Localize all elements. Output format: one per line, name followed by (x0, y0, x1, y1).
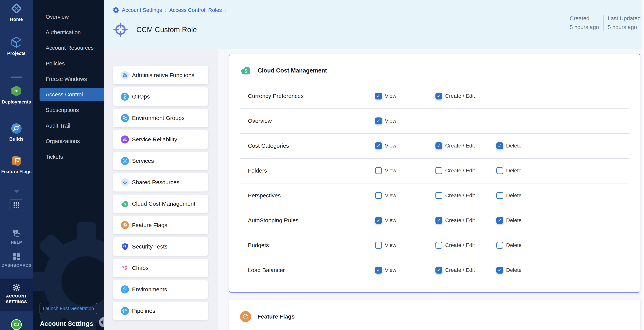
nav-item-organizations[interactable]: Organizations (40, 135, 104, 147)
create-edit-checkbox[interactable]: Create / Edit (436, 192, 475, 199)
row-divider (240, 208, 629, 208)
delete-checkbox[interactable]: Delete (496, 242, 522, 249)
checkbox-label: Create / Edit (445, 267, 475, 273)
sidebar-item-help[interactable]: ? HELP (0, 229, 33, 245)
sidebar-item-builds[interactable]: Builds (0, 123, 33, 142)
sidebar-item-label: Feature Flags (1, 169, 32, 174)
view-checkbox[interactable]: View (375, 142, 396, 149)
nav-item-subscriptions[interactable]: Subscriptions (40, 104, 104, 116)
create-edit-checkbox[interactable]: Create / Edit (436, 142, 475, 149)
module-sidebar: Home Projects ∞ Deployments (0, 0, 33, 330)
delete-checkbox[interactable]: Delete (496, 142, 522, 149)
settings-nav: Overview Authentication Account Resource… (33, 0, 104, 330)
gitops-icon (121, 93, 129, 101)
svg-text:?: ? (15, 230, 16, 233)
environments-icon (121, 285, 129, 293)
nav-item-authentication[interactable]: Authentication (40, 26, 104, 39)
breadcrumb-account-settings[interactable]: Account Settings (122, 7, 162, 13)
category-cloud-cost-management[interactable]: $ Cloud Cost Management (113, 195, 208, 213)
nav-item-account-resources[interactable]: Account Resources (40, 42, 104, 54)
sidebar-item-home[interactable]: Home (0, 3, 33, 22)
delete-checkbox[interactable]: Delete (496, 167, 522, 174)
last-updated-value: 5 hours ago (608, 24, 641, 31)
created-label: Created (570, 15, 599, 22)
view-checkbox[interactable]: View (375, 192, 396, 199)
checkbox-label: Delete (506, 267, 522, 273)
sidebar-item-label: DASHBOARDS (2, 263, 32, 268)
view-checkbox[interactable]: View (375, 267, 396, 274)
create-edit-checkbox[interactable]: Create / Edit (436, 267, 475, 274)
nav-item-audit-trail[interactable]: Audit Trail (40, 119, 104, 132)
checkbox-label: Delete (506, 193, 522, 199)
delete-checkbox[interactable]: Delete (496, 267, 522, 274)
scrollbar-track[interactable] (642, 0, 644, 330)
sidebar-drag-handle (11, 77, 22, 78)
create-edit-checkbox[interactable]: Create / Edit (436, 217, 475, 224)
sidebar-item-deployments[interactable]: ∞ Deployments (0, 85, 33, 105)
dashboards-grid-icon (12, 253, 20, 261)
sidebar-divider (0, 71, 33, 71)
checkbox-label: View (385, 217, 396, 223)
gear-icon (12, 283, 20, 292)
row-divider (240, 158, 629, 158)
delete-checkbox[interactable]: Delete (496, 192, 522, 199)
create-edit-checkbox[interactable]: Create / Edit (436, 167, 475, 174)
chevron-down-icon[interactable] (14, 190, 20, 193)
avatar[interactable]: CJ (11, 319, 22, 330)
nav-item-freeze-windows[interactable]: Freeze Windows (40, 73, 104, 85)
nav-item-overview[interactable]: Overview (40, 11, 104, 23)
category-environments[interactable]: Environments (113, 280, 208, 299)
view-checkbox[interactable]: View (375, 242, 396, 249)
row-divider (240, 258, 629, 258)
delete-checkbox[interactable]: Delete (496, 217, 522, 224)
category-feature-flags[interactable]: Feature Flags (113, 216, 208, 234)
category-services[interactable]: Services (113, 152, 208, 170)
sidebar-item-account-settings[interactable]: ACCOUNT SETTINGS (0, 278, 33, 311)
checkbox-label: Delete (506, 143, 522, 149)
created-meta: Created 5 hours ago (570, 15, 599, 31)
svg-text:∞: ∞ (14, 87, 19, 94)
category-service-reliability[interactable]: Service Reliability (113, 130, 208, 149)
sidebar-item-projects[interactable]: Projects (0, 36, 33, 56)
chaos-icon (121, 264, 129, 272)
permission-row-label: Folders (248, 168, 267, 174)
breadcrumb-access-control-roles[interactable]: Access Control: Roles (169, 7, 222, 13)
permission-row: Overview View Create / Edit Delete (229, 114, 640, 128)
view-checkbox[interactable]: View (375, 217, 396, 224)
checkbox-label: Create / Edit (445, 217, 475, 223)
last-updated-meta: Last Updated 5 hours ago (608, 15, 641, 31)
permission-row: Currency Preferences View Create / Edit … (229, 89, 640, 103)
create-edit-checkbox[interactable]: Create / Edit (436, 242, 475, 249)
checkbox-label: Create / Edit (445, 93, 475, 99)
category-chaos[interactable]: Chaos (113, 259, 208, 277)
breadcrumb-separator: › (224, 7, 226, 13)
category-pipelines[interactable]: Pipelines (113, 302, 208, 320)
breadcrumb-separator: › (165, 7, 166, 13)
view-checkbox[interactable]: View (375, 93, 396, 99)
nav-item-tickets[interactable]: Tickets (40, 150, 104, 163)
view-checkbox[interactable]: View (375, 167, 396, 174)
checkbox-label: View (385, 242, 396, 248)
sidebar-item-label: Projects (7, 51, 26, 56)
panel-title: Cloud Cost Management (258, 67, 327, 74)
sidebar-item-feature-flags[interactable]: Feature Flags (0, 155, 33, 174)
sidebar-item-label: Deployments (2, 99, 31, 105)
category-gitops[interactable]: GitOps (113, 87, 208, 106)
category-security-tests[interactable]: Security Tests (113, 237, 208, 256)
deployments-hexagon-icon: ∞ (11, 85, 22, 98)
category-administrative-functions[interactable]: Administrative Functions (113, 66, 208, 84)
collapse-left-icon (100, 320, 103, 324)
create-edit-checkbox[interactable]: Create / Edit (436, 93, 475, 99)
nav-item-access-control[interactable]: Access Control (40, 88, 104, 101)
view-checkbox[interactable]: View (375, 117, 396, 124)
sidebar-item-dashboards[interactable]: DASHBOARDS (0, 253, 33, 268)
permission-row: Load Balancer View Create / Edit Delete (229, 263, 640, 277)
category-label: Administrative Functions (132, 72, 194, 78)
launch-first-generation-button[interactable]: Launch First Generation (40, 303, 97, 314)
nav-item-policies[interactable]: Policies (40, 57, 104, 70)
category-shared-resources[interactable]: Shared Resources (113, 173, 208, 192)
last-updated-label: Last Updated (608, 15, 641, 22)
panel-header: $ Cloud Cost Management (240, 66, 327, 75)
category-environment-groups[interactable]: Environment Groups (113, 109, 208, 127)
module-selector-button[interactable] (10, 199, 23, 211)
